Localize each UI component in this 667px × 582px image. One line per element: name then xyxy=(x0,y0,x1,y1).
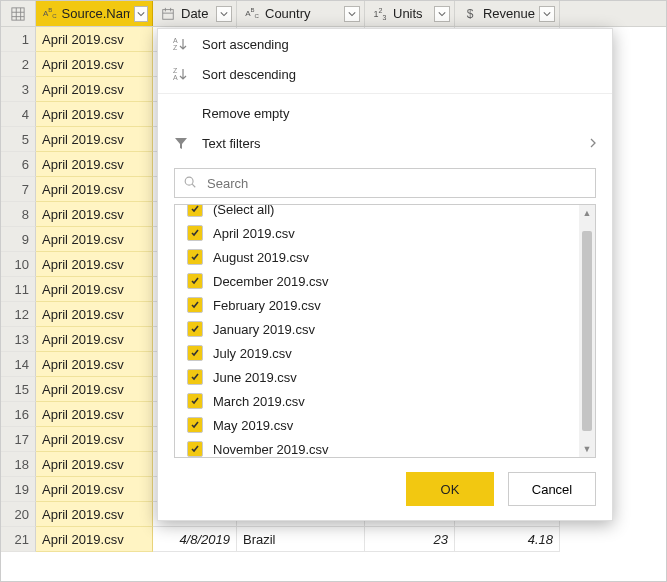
row-number[interactable]: 17 xyxy=(1,427,36,452)
scroll-down-arrow[interactable]: ▼ xyxy=(579,441,595,457)
row-number[interactable]: 3 xyxy=(1,77,36,102)
checkbox-checked-icon[interactable] xyxy=(187,297,203,313)
row-number[interactable]: 20 xyxy=(1,502,36,527)
checkbox-checked-icon[interactable] xyxy=(187,249,203,265)
filter-dropdown-button[interactable] xyxy=(344,6,360,22)
filter-value-label: January 2019.csv xyxy=(213,322,315,337)
svg-text:Z: Z xyxy=(173,67,178,74)
filter-value-item[interactable]: March 2019.csv xyxy=(175,389,579,413)
cell-source[interactable]: April 2019.csv xyxy=(36,427,153,452)
cell-country[interactable]: Brazil xyxy=(237,527,365,552)
sort-asc-icon: AZ xyxy=(172,35,190,53)
row-number[interactable]: 2 xyxy=(1,52,36,77)
filter-value-item[interactable]: August 2019.csv xyxy=(175,245,579,269)
cell-source[interactable]: April 2019.csv xyxy=(36,302,153,327)
column-header-country[interactable]: ABC Country xyxy=(237,1,365,26)
cell-source[interactable]: April 2019.csv xyxy=(36,352,153,377)
remove-empty-item[interactable]: Remove empty xyxy=(158,98,612,128)
column-header-source-name[interactable]: ABC Source.Name xyxy=(36,1,153,26)
filter-value-item[interactable]: December 2019.csv xyxy=(175,269,579,293)
cell-source[interactable]: April 2019.csv xyxy=(36,502,153,527)
column-header-revenue[interactable]: $ Revenue xyxy=(455,1,560,26)
filter-value-item[interactable]: July 2019.csv xyxy=(175,341,579,365)
cell-source[interactable]: April 2019.csv xyxy=(36,202,153,227)
sort-ascending-item[interactable]: AZ Sort ascending xyxy=(158,29,612,59)
cell-revenue[interactable]: 4.18 xyxy=(455,527,560,552)
filter-value-item[interactable]: May 2019.csv xyxy=(175,413,579,437)
row-number[interactable]: 4 xyxy=(1,102,36,127)
table-row[interactable]: 21April 2019.csv4/8/2019Brazil234.18 xyxy=(1,527,666,552)
checkbox-checked-icon[interactable] xyxy=(187,369,203,385)
cell-source[interactable]: April 2019.csv xyxy=(36,377,153,402)
cell-source[interactable]: April 2019.csv xyxy=(36,27,153,52)
row-number[interactable]: 18 xyxy=(1,452,36,477)
checkbox-checked-icon[interactable] xyxy=(187,393,203,409)
cell-source[interactable]: April 2019.csv xyxy=(36,452,153,477)
scrollbar[interactable]: ▲ ▼ xyxy=(579,205,595,457)
row-number[interactable]: 6 xyxy=(1,152,36,177)
checkbox-checked-icon[interactable] xyxy=(187,345,203,361)
row-number[interactable]: 15 xyxy=(1,377,36,402)
checkbox-checked-icon[interactable] xyxy=(187,204,203,217)
search-box[interactable] xyxy=(174,168,596,198)
filter-dropdown-button[interactable] xyxy=(434,6,450,22)
cell-source[interactable]: April 2019.csv xyxy=(36,152,153,177)
column-header-date[interactable]: Date xyxy=(153,1,237,26)
cell-source[interactable]: April 2019.csv xyxy=(36,277,153,302)
cell-source[interactable]: April 2019.csv xyxy=(36,402,153,427)
cell-source[interactable]: April 2019.csv xyxy=(36,127,153,152)
column-label: Revenue xyxy=(483,6,535,21)
cell-source[interactable]: April 2019.csv xyxy=(36,77,153,102)
checkbox-checked-icon[interactable] xyxy=(187,417,203,433)
text-filters-item[interactable]: Text filters xyxy=(158,128,612,158)
filter-value-item[interactable]: February 2019.csv xyxy=(175,293,579,317)
row-number[interactable]: 21 xyxy=(1,527,36,552)
scrollbar-thumb[interactable] xyxy=(582,231,592,431)
ok-button[interactable]: OK xyxy=(406,472,494,506)
row-number[interactable]: 9 xyxy=(1,227,36,252)
cell-source[interactable]: April 2019.csv xyxy=(36,252,153,277)
row-number[interactable]: 14 xyxy=(1,352,36,377)
cell-date[interactable]: 4/8/2019 xyxy=(153,527,237,552)
cell-source[interactable]: April 2019.csv xyxy=(36,227,153,252)
filter-value-label: November 2019.csv xyxy=(213,442,329,457)
search-icon xyxy=(183,175,197,192)
row-number[interactable]: 12 xyxy=(1,302,36,327)
filter-value-label: April 2019.csv xyxy=(213,226,295,241)
row-number[interactable]: 19 xyxy=(1,477,36,502)
select-all-corner[interactable] xyxy=(1,1,36,26)
cell-source[interactable]: April 2019.csv xyxy=(36,177,153,202)
cell-source[interactable]: April 2019.csv xyxy=(36,477,153,502)
filter-dropdown-button[interactable] xyxy=(216,6,232,22)
filter-value-item[interactable]: April 2019.csv xyxy=(175,221,579,245)
checkbox-checked-icon[interactable] xyxy=(187,441,203,457)
filter-dropdown-button[interactable] xyxy=(539,6,555,22)
sort-descending-item[interactable]: ZA Sort descending xyxy=(158,59,612,89)
cell-source[interactable]: April 2019.csv xyxy=(36,52,153,77)
cell-source[interactable]: April 2019.csv xyxy=(36,527,153,552)
search-input[interactable] xyxy=(205,175,587,192)
row-number[interactable]: 5 xyxy=(1,127,36,152)
cell-source[interactable]: April 2019.csv xyxy=(36,327,153,352)
filter-value-item[interactable]: January 2019.csv xyxy=(175,317,579,341)
column-header-units[interactable]: 123 Units xyxy=(365,1,455,26)
checkbox-checked-icon[interactable] xyxy=(187,321,203,337)
scroll-up-arrow[interactable]: ▲ xyxy=(579,205,595,221)
cancel-button[interactable]: Cancel xyxy=(508,472,596,506)
row-number[interactable]: 16 xyxy=(1,402,36,427)
row-number[interactable]: 1 xyxy=(1,27,36,52)
filter-value-label: December 2019.csv xyxy=(213,274,329,289)
filter-value-item[interactable]: November 2019.csv xyxy=(175,437,579,458)
row-number[interactable]: 7 xyxy=(1,177,36,202)
row-number[interactable]: 13 xyxy=(1,327,36,352)
filter-dropdown-button[interactable] xyxy=(134,6,148,22)
filter-value-item[interactable]: June 2019.csv xyxy=(175,365,579,389)
row-number[interactable]: 8 xyxy=(1,202,36,227)
checkbox-checked-icon[interactable] xyxy=(187,273,203,289)
checkbox-checked-icon[interactable] xyxy=(187,225,203,241)
cell-source[interactable]: April 2019.csv xyxy=(36,102,153,127)
filter-value-item[interactable]: (Select all) xyxy=(175,204,579,221)
row-number[interactable]: 10 xyxy=(1,252,36,277)
row-number[interactable]: 11 xyxy=(1,277,36,302)
cell-units[interactable]: 23 xyxy=(365,527,455,552)
